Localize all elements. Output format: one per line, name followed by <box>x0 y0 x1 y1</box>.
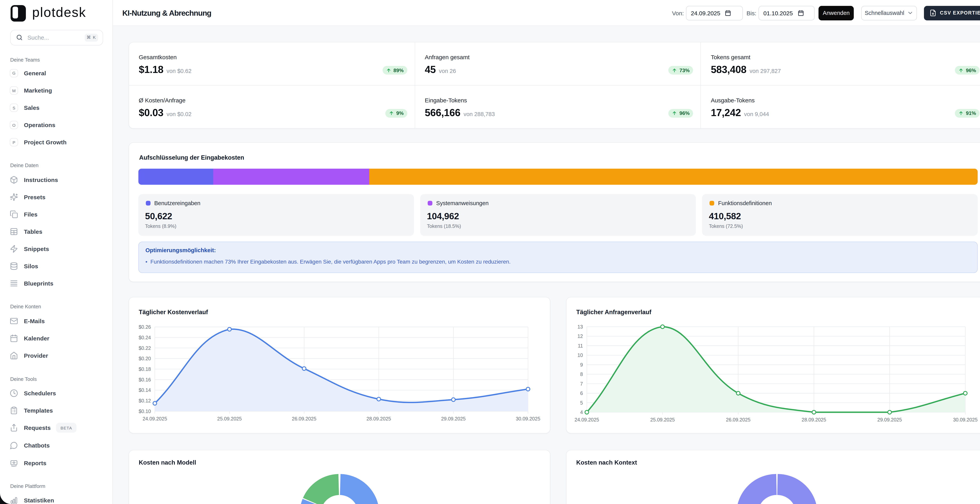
svg-text:7: 7 <box>580 381 583 386</box>
svg-text:12: 12 <box>577 333 583 339</box>
svg-text:26.09.2025: 26.09.2025 <box>292 416 317 421</box>
svg-text:$0.12: $0.12 <box>138 398 151 404</box>
svg-text:$0.22: $0.22 <box>138 345 151 351</box>
svg-text:28.09.2025: 28.09.2025 <box>802 417 826 423</box>
svg-text:$0.14: $0.14 <box>138 387 151 393</box>
svg-text:$0.26: $0.26 <box>138 324 151 330</box>
svg-text:$0.10: $0.10 <box>138 408 151 414</box>
svg-text:26.09.2025: 26.09.2025 <box>726 417 750 423</box>
svg-text:$0.18: $0.18 <box>138 366 151 372</box>
svg-text:25.09.2025: 25.09.2025 <box>217 416 242 421</box>
svg-text:5: 5 <box>580 400 583 405</box>
svg-text:13: 13 <box>577 324 583 329</box>
svg-text:Täglicher Anfragenverlauf: Täglicher Anfragenverlauf <box>576 309 651 316</box>
svg-text:Täglicher Kostenverlauf: Täglicher Kostenverlauf <box>139 309 208 316</box>
svg-text:10: 10 <box>577 352 583 358</box>
svg-text:Kosten nach Modell: Kosten nach Modell <box>139 459 196 466</box>
svg-text:28.09.2025: 28.09.2025 <box>366 416 391 421</box>
svg-text:24.09.2025: 24.09.2025 <box>143 416 167 421</box>
svg-text:11: 11 <box>578 343 583 348</box>
svg-text:6: 6 <box>580 391 583 396</box>
svg-text:9: 9 <box>580 362 583 367</box>
svg-text:8: 8 <box>580 372 583 377</box>
svg-text:$0.20: $0.20 <box>138 356 151 361</box>
svg-text:4: 4 <box>580 410 583 415</box>
svg-text:$0.16: $0.16 <box>138 377 151 383</box>
svg-text:Kosten nach Kontext: Kosten nach Kontext <box>576 459 637 466</box>
svg-text:24.09.2025: 24.09.2025 <box>574 417 599 423</box>
svg-text:29.09.2025: 29.09.2025 <box>441 416 466 421</box>
svg-text:30.09.2025: 30.09.2025 <box>953 417 977 423</box>
svg-text:30.09.2025: 30.09.2025 <box>515 416 540 421</box>
svg-text:$0.24: $0.24 <box>138 335 151 340</box>
svg-text:25.09.2025: 25.09.2025 <box>650 417 675 423</box>
svg-text:29.09.2025: 29.09.2025 <box>877 417 902 423</box>
